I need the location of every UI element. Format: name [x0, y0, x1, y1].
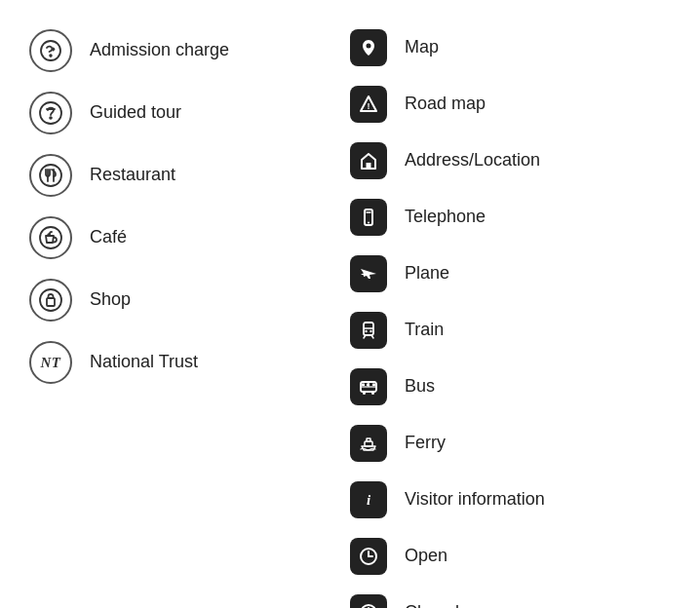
list-item: Telephone: [350, 189, 671, 246]
telephone-icon: [350, 199, 387, 236]
svg-point-24: [371, 392, 374, 395]
list-item: i Visitor information: [350, 472, 671, 528]
list-item: Restaurant: [29, 144, 350, 207]
open-label: Open: [405, 545, 447, 567]
open-icon: [350, 538, 387, 575]
map-label: Map: [405, 36, 439, 58]
svg-point-3: [50, 117, 52, 119]
svg-rect-13: [367, 163, 371, 169]
svg-rect-30: [367, 438, 370, 441]
plane-label: Plane: [405, 262, 449, 285]
legend-grid: Admission charge Guided tour: [29, 19, 671, 608]
list-item: Address/Location: [350, 133, 671, 189]
cafe-icon: [29, 216, 72, 259]
visitor-information-label: Visitor information: [405, 488, 545, 511]
national-trust-label: National Trust: [90, 351, 198, 373]
admission-charge-label: Admission charge: [90, 39, 229, 61]
list-item: Open: [350, 528, 671, 585]
list-item: NT National Trust: [29, 331, 350, 394]
svg-text:!: !: [368, 101, 370, 111]
svg-rect-28: [372, 384, 375, 387]
closed-label: Closed: [405, 601, 459, 608]
shop-label: Shop: [90, 288, 131, 311]
list-item: ! Road map: [350, 76, 671, 133]
svg-rect-27: [367, 384, 369, 387]
list-item: Map: [350, 19, 671, 76]
left-column: Admission charge Guided tour: [29, 19, 350, 394]
list-item: Bus: [350, 359, 671, 415]
restaurant-icon: [29, 154, 72, 197]
guided-tour-label: Guided tour: [90, 101, 181, 124]
admission-charge-icon: [29, 29, 72, 72]
list-item: Shop: [29, 269, 350, 331]
list-item: Closed: [350, 585, 671, 608]
list-item: Ferry: [350, 415, 671, 472]
road-map-label: Road map: [405, 93, 486, 115]
shop-icon: [29, 279, 72, 322]
national-trust-icon: NT: [29, 341, 72, 384]
guided-tour-icon: [29, 92, 72, 134]
address-icon: [350, 142, 387, 179]
svg-point-15: [368, 222, 369, 224]
right-column: Map ! Road map Address/Location: [350, 19, 671, 608]
visitor-information-icon: i: [350, 481, 387, 518]
closed-icon: [350, 594, 387, 608]
list-item: Café: [29, 207, 350, 269]
ferry-icon: [350, 425, 387, 462]
train-icon: [350, 312, 387, 349]
svg-point-10: [367, 44, 371, 49]
bus-icon: [350, 368, 387, 405]
svg-rect-26: [362, 384, 365, 387]
restaurant-label: Restaurant: [90, 164, 175, 186]
svg-point-7: [40, 227, 61, 248]
list-item: Admission charge: [29, 19, 350, 82]
plane-icon: [350, 255, 387, 292]
list-item: Plane: [350, 246, 671, 302]
ferry-label: Ferry: [405, 432, 446, 454]
telephone-label: Telephone: [405, 206, 486, 228]
list-item: Guided tour: [29, 82, 350, 144]
bus-label: Bus: [405, 375, 435, 398]
svg-point-8: [40, 289, 61, 311]
svg-point-20: [369, 330, 371, 332]
list-item: Train: [350, 302, 671, 359]
svg-point-4: [40, 165, 61, 186]
cafe-label: Café: [90, 226, 127, 248]
svg-point-19: [365, 330, 367, 332]
address-label: Address/Location: [405, 149, 540, 171]
svg-rect-9: [47, 298, 55, 306]
svg-point-1: [50, 55, 52, 57]
map-icon: [350, 29, 387, 66]
svg-text:i: i: [367, 492, 371, 508]
svg-point-23: [363, 392, 366, 395]
road-map-icon: !: [350, 86, 387, 123]
train-label: Train: [405, 319, 444, 341]
